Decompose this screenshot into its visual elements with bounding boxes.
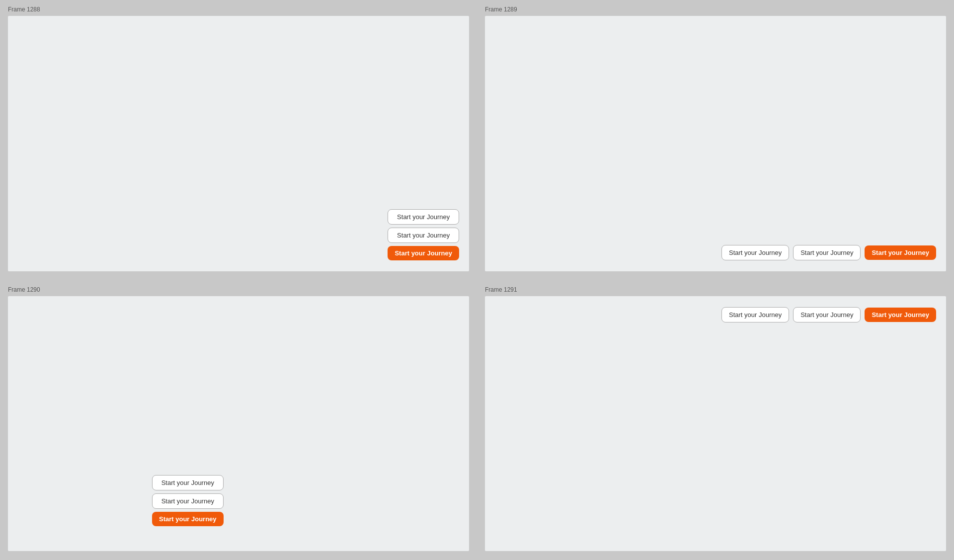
frame-1288-button-outline-2[interactable]: Start your Journey [388,228,459,243]
frame-1290-wrapper: Frame 1290 Start your Journey Start your… [0,280,477,560]
frame-1288-button-outline-1[interactable]: Start your Journey [388,209,459,225]
frame-1290-button-outline-1[interactable]: Start your Journey [152,475,224,490]
frame-1290-button-outline-2[interactable]: Start your Journey [152,493,224,509]
frame-1290-button-primary[interactable]: Start your Journey [152,512,224,526]
frame-1288-content: Start your Journey Start your Journey St… [8,16,469,271]
frame-1291-button-primary[interactable]: Start your Journey [865,308,936,322]
frame-1288-buttons: Start your Journey Start your Journey St… [388,209,459,260]
frame-1291-content: Start your Journey Start your Journey St… [485,296,946,552]
frame-1288-wrapper: Frame 1288 Start your Journey Start your… [0,0,477,280]
frame-1291-buttons: Start your Journey Start your Journey St… [721,307,936,322]
frame-1289-label: Frame 1289 [485,6,946,13]
frame-1289-buttons: Start your Journey Start your Journey St… [721,245,936,260]
frame-1288-label: Frame 1288 [8,6,469,13]
frame-1289-button-outline-2[interactable]: Start your Journey [793,245,861,260]
frame-1291-button-outline-1[interactable]: Start your Journey [721,307,789,322]
frame-1290-content: Start your Journey Start your Journey St… [8,296,469,552]
canvas: Frame 1288 Start your Journey Start your… [0,0,954,560]
frame-1289-button-primary[interactable]: Start your Journey [865,245,936,260]
frame-1291-label: Frame 1291 [485,286,946,293]
frame-1290-label: Frame 1290 [8,286,469,293]
frame-1289-content: Start your Journey Start your Journey St… [485,16,946,271]
frame-1288-button-primary[interactable]: Start your Journey [388,246,459,260]
frame-1291-wrapper: Frame 1291 Start your Journey Start your… [477,280,954,560]
frame-1289-button-outline-1[interactable]: Start your Journey [721,245,789,260]
frame-1290-buttons: Start your Journey Start your Journey St… [152,475,224,526]
frame-1291-button-outline-2[interactable]: Start your Journey [793,307,861,322]
frame-1289-wrapper: Frame 1289 Start your Journey Start your… [477,0,954,280]
